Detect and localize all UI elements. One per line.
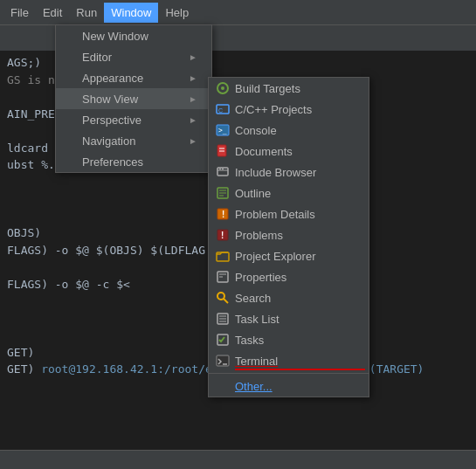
status-bar: [0, 450, 476, 469]
documents-icon: [216, 144, 230, 158]
menu-help[interactable]: Help: [158, 3, 196, 23]
menu-run[interactable]: Run: [69, 3, 104, 23]
show-view-icon: [63, 92, 77, 106]
window-dropdown: New Window Editor ► Appearance ► Show Vi…: [55, 24, 212, 173]
menu-perspective[interactable]: Perspective ►: [56, 109, 211, 130]
editor-icon: [63, 50, 77, 64]
editor-arrow: ►: [189, 52, 197, 62]
preferences-icon: [63, 155, 77, 169]
menu-terminal[interactable]: Terminal: [209, 350, 369, 371]
show-view-arrow: ►: [189, 94, 197, 104]
other-icon: [216, 379, 230, 393]
menu-outline[interactable]: Outline: [209, 183, 369, 203]
terminal-underline: [235, 369, 365, 370]
outline-icon: [216, 186, 230, 200]
svg-text:!: !: [221, 231, 224, 240]
menu-window[interactable]: Window: [104, 3, 158, 23]
properties-icon: [216, 270, 230, 284]
build-targets-icon: [216, 81, 230, 95]
tasks-icon: [216, 333, 230, 347]
menu-editor[interactable]: Editor ►: [56, 46, 211, 67]
svg-point-1: [221, 86, 224, 90]
menu-preferences[interactable]: Preferences: [56, 151, 211, 172]
search-icon: [216, 291, 230, 305]
navigation-arrow: ►: [189, 136, 197, 146]
navigation-icon: [63, 134, 77, 148]
problem-details-icon: !: [216, 207, 230, 221]
task-list-icon: [216, 312, 230, 326]
menu-show-view[interactable]: Show View ►: [56, 88, 211, 109]
cpp-projects-icon: C: [216, 102, 230, 116]
svg-point-11: [219, 169, 221, 170]
svg-text:C: C: [218, 107, 223, 114]
menu-problems[interactable]: ! Problems: [209, 224, 369, 245]
menu-new-window[interactable]: New Window: [56, 25, 211, 46]
menu-edit[interactable]: Edit: [36, 3, 69, 23]
submenu-separator: [209, 373, 369, 374]
menu-build-targets[interactable]: Build Targets: [209, 78, 369, 99]
menu-problem-details[interactable]: ! Problem Details: [209, 203, 369, 224]
perspective-arrow: ►: [189, 115, 197, 125]
svg-text:>_: >_: [218, 127, 227, 134]
menu-documents[interactable]: Documents: [209, 141, 369, 162]
include-browser-icon: [216, 165, 230, 179]
svg-line-26: [224, 299, 228, 303]
menu-project-explorer[interactable]: Project Explorer: [209, 245, 369, 266]
menubar: File Edit Run Window Help: [0, 0, 476, 24]
svg-point-12: [222, 169, 224, 170]
menu-task-list[interactable]: Task List: [209, 308, 369, 329]
terminal-icon: [216, 354, 230, 368]
svg-text:!: !: [222, 210, 224, 219]
menu-search[interactable]: Search: [209, 287, 369, 308]
menu-cpp-projects[interactable]: C C/C++ Projects: [209, 99, 369, 120]
menu-tasks[interactable]: Tasks: [209, 329, 369, 350]
console-icon: >_: [216, 123, 230, 137]
problems-icon: !: [216, 228, 230, 242]
svg-point-25: [217, 293, 224, 300]
new-window-icon: [63, 29, 77, 43]
menu-console[interactable]: >_ Console: [209, 120, 369, 141]
appearance-arrow: ►: [189, 73, 197, 83]
perspective-icon: [63, 113, 77, 127]
menu-navigation[interactable]: Navigation ►: [56, 130, 211, 151]
menu-file[interactable]: File: [3, 3, 36, 23]
appearance-icon: [63, 71, 77, 85]
menu-include-browser[interactable]: Include Browser: [209, 162, 369, 183]
project-explorer-icon: [216, 249, 230, 263]
menu-appearance[interactable]: Appearance ►: [56, 67, 211, 88]
show-view-submenu: Build Targets C C/C++ Projects >_ Consol…: [208, 77, 369, 397]
menu-properties[interactable]: Properties: [209, 266, 369, 287]
menu-other[interactable]: Other...: [209, 376, 369, 397]
